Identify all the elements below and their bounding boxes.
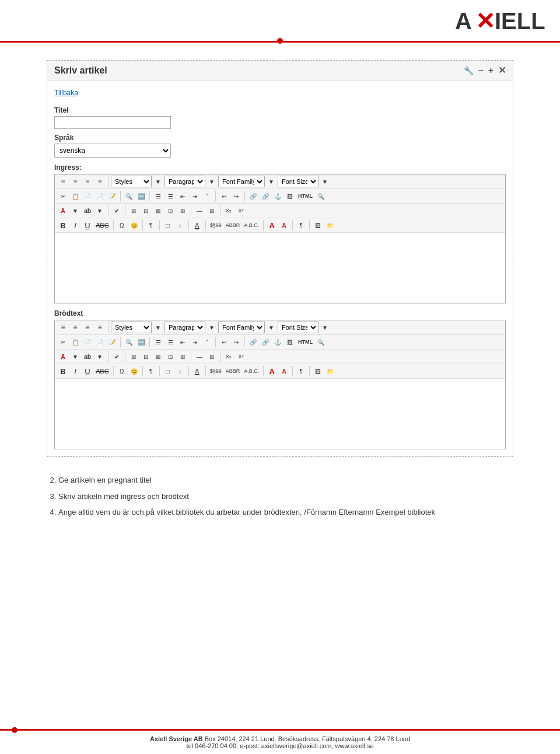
bt-italic-btn[interactable]: I — [69, 365, 81, 377]
font-color-dropdown[interactable]: ▼ — [69, 205, 81, 217]
list-unordered-btn[interactable]: ☰ — [152, 190, 164, 202]
table-mgr-btn[interactable]: ⊞ — [206, 205, 218, 217]
paste-word-btn[interactable]: 📝 — [106, 190, 118, 202]
bt-link-btn[interactable]: 🔗 — [247, 336, 259, 348]
ingress-fontsize-select[interactable]: Font Size — [278, 176, 318, 187]
bt-format-a-btn[interactable]: A̲ — [191, 365, 203, 377]
table-btn[interactable]: ⊞ — [128, 205, 139, 217]
indent-btn[interactable]: ⇥ — [189, 190, 201, 202]
abbr-btn[interactable]: ABBR — [224, 219, 242, 231]
table-cell-btn[interactable]: ⊡ — [164, 205, 176, 217]
ingress-styles-select[interactable]: Styles — [111, 176, 152, 187]
font-size-small-btn[interactable]: A — [278, 219, 290, 231]
bt-paragraph-select[interactable]: Paragraph — [164, 322, 205, 333]
acronym-btn[interactable]: A.B.C. — [242, 219, 261, 231]
table-insert-btn[interactable]: ⊞ — [177, 205, 188, 217]
bt-table-cell-btn[interactable]: ⊡ — [164, 351, 176, 362]
bt-font-size-small-btn[interactable]: A — [278, 365, 290, 377]
outdent-btn[interactable]: ⇤ — [177, 190, 188, 202]
align-center-btn[interactable]: ≡ — [69, 176, 81, 187]
italic-btn[interactable]: I — [69, 219, 81, 231]
bg-color-dropdown[interactable]: ▼ — [94, 205, 106, 217]
title-input[interactable] — [54, 116, 171, 129]
bt-copy-btn[interactable]: 📋 — [69, 336, 81, 348]
bt-styles-select[interactable]: Styles — [111, 322, 152, 333]
language-select[interactable]: svenska english — [54, 144, 171, 158]
preview-btn[interactable]: □ — [162, 219, 174, 231]
bt-align-right-btn[interactable]: ≡ — [82, 322, 93, 333]
bt-undo-btn[interactable]: ↩ — [218, 336, 230, 348]
bt-bg-color-dropdown[interactable]: ▼ — [94, 351, 106, 362]
bt-table-row-btn[interactable]: ⊟ — [140, 351, 152, 362]
underline-btn[interactable]: U — [82, 219, 93, 231]
img-mgr-btn[interactable]: 🖼 — [312, 219, 324, 231]
ingress-fontfamily-select[interactable]: Font Family — [218, 176, 265, 187]
bt-table-insert-btn[interactable]: ⊞ — [177, 351, 188, 362]
ingress-paragraph-dropdown[interactable]: ▼ — [206, 176, 218, 187]
pin-icon[interactable]: 🔧 — [464, 66, 474, 75]
hr-btn[interactable]: — — [194, 205, 205, 217]
copy-btn[interactable]: 📋 — [69, 190, 81, 202]
bt-preview-btn[interactable]: □ — [162, 365, 174, 377]
bt-anchor-btn[interactable]: ⚓ — [272, 336, 284, 348]
redo-btn[interactable]: ↪ — [230, 190, 242, 202]
ingress-fontfamily-dropdown[interactable]: ▼ — [265, 176, 277, 187]
ingress-fontsize-dropdown[interactable]: ▼ — [319, 176, 331, 187]
bt-align-justify-btn[interactable]: ≡ — [94, 322, 106, 333]
bt-emoji-btn[interactable]: 😊 — [128, 365, 140, 377]
bt-cut-btn[interactable]: ✂ — [57, 336, 69, 348]
bt-acronym-btn[interactable]: A.B.C. — [242, 365, 261, 377]
html-btn[interactable]: HTML — [296, 190, 314, 202]
ingress-paragraph-select[interactable]: Paragraph — [164, 176, 205, 187]
bt-rtl-btn[interactable]: ¶ — [295, 365, 307, 377]
blockquote-btn[interactable]: " — [201, 190, 213, 202]
spellcheck-btn[interactable]: ✔ — [111, 205, 123, 217]
bt-image-btn[interactable]: 🖼 — [284, 336, 296, 348]
brodtext-editor-area[interactable] — [55, 379, 505, 449]
table-col-btn[interactable]: ⊠ — [152, 205, 164, 217]
bt-font-color-btn[interactable]: A — [57, 351, 69, 362]
bt-show-blocks-btn[interactable]: ¶ — [145, 365, 157, 377]
bt-underline-btn[interactable]: U — [82, 365, 93, 377]
paste-btn[interactable]: 📄 — [82, 190, 93, 202]
close-icon[interactable]: ✕ — [498, 66, 506, 75]
bt-align-left-btn[interactable]: ≡ — [57, 322, 69, 333]
bt-fontfamily-select[interactable]: Font Family — [218, 322, 265, 333]
align-right-btn[interactable]: ≡ — [82, 176, 93, 187]
list-ordered-btn[interactable]: ☰ — [164, 190, 176, 202]
image-btn[interactable]: 🖼 — [284, 190, 296, 202]
bt-bold-btn[interactable]: B — [57, 365, 69, 377]
bt-subscript-btn[interactable]: X₂ — [223, 351, 235, 362]
back-link[interactable]: Tillbaka — [54, 89, 78, 97]
bt-paste-btn[interactable]: 📄 — [82, 336, 93, 348]
bt-outdent-btn[interactable]: ⇤ — [177, 336, 188, 348]
bt-fontsize-dropdown[interactable]: ▼ — [319, 322, 331, 333]
cut-btn[interactable]: ✂ — [57, 190, 69, 202]
link-btn[interactable]: 🔗 — [247, 190, 259, 202]
bt-fontsize-select[interactable]: Font Size — [278, 322, 318, 333]
bt-paste-text-btn[interactable]: 📄 — [94, 336, 106, 348]
bt-paragraph-dropdown[interactable]: ▼ — [206, 322, 218, 333]
bt-indent-btn[interactable]: ⇥ — [189, 336, 201, 348]
bt-unlink-btn[interactable]: 🔗 — [260, 336, 271, 348]
format-a-btn[interactable]: A̲ — [191, 219, 203, 231]
cite-btn[interactable]: $§99 — [208, 219, 223, 231]
bt-align-center-btn[interactable]: ≡ — [69, 322, 81, 333]
bt-html-btn[interactable]: HTML — [296, 336, 314, 348]
file-mgr-btn[interactable]: 📁 — [324, 219, 336, 231]
bt-find-btn[interactable]: 🔍 — [123, 336, 135, 348]
align-justify-btn[interactable]: ≡ — [94, 176, 106, 187]
bt-superscript-btn[interactable]: X² — [235, 351, 247, 362]
bt-hr-btn[interactable]: — — [194, 351, 205, 362]
ingress-editor-area[interactable] — [55, 233, 505, 303]
minimize-icon[interactable]: – — [478, 66, 484, 75]
bg-color-btn[interactable]: ab — [82, 205, 93, 217]
paste-text-btn[interactable]: 📄 — [94, 190, 106, 202]
fullscreen-btn[interactable]: ↕ — [174, 219, 186, 231]
bt-bg-color-btn[interactable]: ab — [82, 351, 93, 362]
bt-font-size-big-btn[interactable]: A — [266, 365, 278, 377]
subscript-btn[interactable]: X₂ — [223, 205, 235, 217]
show-blocks-btn[interactable]: ¶ — [145, 219, 157, 231]
bt-list-ordered-btn[interactable]: ☰ — [164, 336, 176, 348]
bt-img-mgr-btn[interactable]: 🖼 — [312, 365, 324, 377]
